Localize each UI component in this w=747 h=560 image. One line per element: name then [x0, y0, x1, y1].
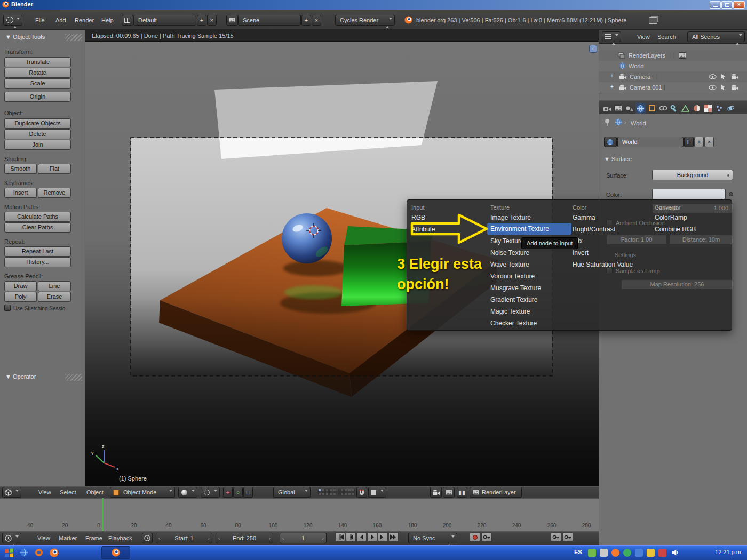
- scene-icon-button[interactable]: [226, 15, 238, 26]
- render-engine-dropdown[interactable]: Cycles Render: [335, 15, 395, 26]
- manipulator-scale-toggle[interactable]: □: [243, 487, 253, 498]
- menu-add[interactable]: Add: [55, 15, 66, 26]
- tab-render[interactable]: [602, 103, 612, 114]
- viewport-shading-dropdown[interactable]: [178, 487, 197, 498]
- frame-start-field[interactable]: ‹ Start: 1 ›: [156, 533, 212, 543]
- tab-world[interactable]: [635, 103, 646, 114]
- taskbar-clock[interactable]: 12:21 p.m.: [705, 549, 743, 555]
- quick-launch-firefox-icon[interactable]: [33, 547, 45, 558]
- rotate-button[interactable]: Rotate: [4, 68, 71, 78]
- jump-next-keyframe-button[interactable]: [378, 532, 388, 542]
- jump-to-start-button[interactable]: [335, 532, 345, 542]
- tray-icon-7[interactable]: [658, 549, 666, 557]
- origin-button[interactable]: Origin: [4, 92, 71, 102]
- tray-icon-5[interactable]: [635, 549, 643, 557]
- renderability-toggle-icon[interactable]: [731, 74, 739, 80]
- render-opengl-button[interactable]: [430, 487, 442, 498]
- use-preview-range-toggle[interactable]: [142, 533, 153, 543]
- delete-button[interactable]: Delete: [4, 129, 71, 139]
- maximize-button[interactable]: [721, 1, 733, 9]
- operator-panel-header[interactable]: ▼ Operator: [5, 373, 36, 380]
- tab-scene[interactable]: [624, 103, 634, 114]
- timeline-ruler[interactable]: [0, 498, 599, 531]
- object-tools-panel-header[interactable]: ▼ Object Tools: [5, 34, 45, 40]
- pivot-dropdown[interactable]: [201, 487, 220, 498]
- tab-physics[interactable]: [725, 103, 735, 114]
- sphere-object[interactable]: [282, 213, 332, 263]
- jump-prev-keyframe-button[interactable]: [346, 532, 356, 542]
- clear-paths-button[interactable]: Clear Paths: [4, 222, 71, 233]
- fake-user-button[interactable]: F: [684, 137, 694, 147]
- outliner-row-camera[interactable]: + Camera |: [599, 71, 747, 82]
- tab-object-data[interactable]: [680, 103, 690, 114]
- selectability-toggle-icon[interactable]: [720, 74, 726, 79]
- visibility-toggle-icon[interactable]: [709, 74, 717, 79]
- pin-icon[interactable]: [604, 118, 610, 126]
- manipulator-rotate-toggle[interactable]: ○: [233, 487, 243, 498]
- flat-button[interactable]: Flat: [38, 164, 71, 174]
- timeline-menu-frame[interactable]: Frame: [85, 533, 102, 543]
- window-duplicate-icon[interactable]: [649, 17, 657, 24]
- orientation-dropdown[interactable]: Global: [273, 487, 311, 498]
- tab-render-layers[interactable]: [613, 103, 623, 114]
- tray-icon-1[interactable]: [588, 549, 596, 557]
- outliner-row-world[interactable]: World: [599, 61, 747, 71]
- panel-grip[interactable]: [65, 34, 82, 41]
- world-color-swatch[interactable]: [652, 189, 726, 199]
- tab-constraints[interactable]: [658, 103, 668, 114]
- view3d-menu-view[interactable]: View: [38, 487, 51, 498]
- view3d-menu-select[interactable]: Select: [60, 487, 76, 498]
- expand-icon[interactable]: +: [610, 73, 614, 79]
- tab-particles[interactable]: [714, 103, 724, 114]
- menu-item-gamma[interactable]: Gamma: [569, 212, 650, 223]
- renderability-toggle-icon[interactable]: [731, 84, 739, 91]
- current-frame-line[interactable]: [102, 498, 104, 531]
- datablock-unlink-button[interactable]: ×: [704, 137, 714, 147]
- outliner-row-renderlayers[interactable]: RenderLayers |: [599, 50, 747, 61]
- keying-set-remove-button[interactable]: [562, 532, 573, 542]
- surface-panel-header[interactable]: ▼ Surface: [604, 156, 632, 162]
- menu-item-checker-texture[interactable]: Checker Texture: [487, 317, 569, 329]
- jump-to-end-button[interactable]: [388, 532, 399, 542]
- render-opengl-anim-button[interactable]: [443, 487, 455, 498]
- menu-item-bright-contrast[interactable]: Bright/Contrast: [569, 223, 650, 235]
- editor-type-button-info[interactable]: i: [3, 15, 22, 26]
- tray-icon-6[interactable]: [647, 549, 655, 557]
- pause-render-button[interactable]: ▮▮: [457, 487, 467, 498]
- panel-grip-operator[interactable]: [65, 374, 82, 381]
- remove-keyframe-button[interactable]: Remove: [38, 188, 71, 198]
- smooth-button[interactable]: Smooth: [4, 164, 37, 174]
- start-icon[interactable]: [3, 547, 15, 558]
- scene-add-button[interactable]: +: [301, 15, 311, 26]
- gp-poly-button[interactable]: Poly: [4, 292, 37, 302]
- quick-launch-blender-icon[interactable]: [48, 547, 60, 558]
- timeline-menu-playback[interactable]: Playback: [108, 533, 132, 543]
- menu-render[interactable]: Render: [75, 15, 94, 26]
- sketching-session-checkbox[interactable]: [4, 305, 11, 311]
- mode-dropdown[interactable]: Object Mode: [110, 487, 175, 498]
- menu-file[interactable]: File: [35, 15, 45, 26]
- menu-item-hue-saturation[interactable]: Hue Saturation Value: [569, 259, 655, 270]
- tab-material[interactable]: [692, 103, 702, 114]
- tray-icon-2[interactable]: [600, 549, 608, 557]
- editor-type-button-3dview[interactable]: [2, 487, 21, 498]
- snap-element-dropdown[interactable]: [368, 487, 386, 498]
- screen-layout-field[interactable]: Default: [133, 15, 196, 26]
- editor-type-button-timeline[interactable]: [2, 533, 21, 543]
- menu-item-mix[interactable]: Mix: [569, 235, 650, 247]
- renderlayer-field[interactable]: RenderLayer: [470, 487, 522, 498]
- close-button[interactable]: ×: [733, 1, 745, 9]
- scale-button[interactable]: Scale: [4, 78, 71, 89]
- insert-keyframe-button[interactable]: Insert: [4, 188, 37, 198]
- scene-delete-button[interactable]: ×: [312, 15, 321, 26]
- join-button[interactable]: Join: [4, 140, 71, 150]
- menu-help[interactable]: Help: [101, 15, 114, 26]
- taskbar-active-window-button[interactable]: [101, 546, 130, 559]
- menu-item-environment-texture[interactable]: Environment Texture: [487, 223, 571, 235]
- manipulator-translate-toggle[interactable]: +: [223, 487, 233, 498]
- timeline-menu-marker[interactable]: Marker: [59, 533, 77, 543]
- selectability-toggle-icon[interactable]: [720, 84, 726, 90]
- play-reverse-button[interactable]: [356, 532, 367, 542]
- layers-widget[interactable]: [318, 489, 353, 497]
- history-button[interactable]: History...: [4, 257, 71, 267]
